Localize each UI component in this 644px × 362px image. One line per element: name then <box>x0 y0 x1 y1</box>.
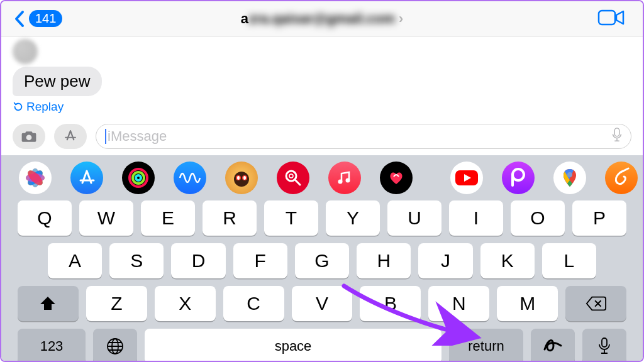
key-s[interactable]: S <box>109 243 164 278</box>
svg-point-23 <box>338 180 343 184</box>
nav-header: 141 azra.qaisar@gmail.com › <box>1 1 643 36</box>
key-g[interactable]: G <box>295 243 349 278</box>
camera-icon <box>20 128 38 145</box>
facetime-button[interactable] <box>597 8 625 30</box>
key-x[interactable]: X <box>155 286 216 321</box>
replay-label: Replay <box>26 100 64 114</box>
key-n[interactable]: N <box>428 286 489 321</box>
key-f[interactable]: F <box>233 243 287 278</box>
svg-point-14 <box>136 175 141 180</box>
app-strip <box>1 162 643 200</box>
avatar[interactable] <box>13 39 38 64</box>
microphone-icon <box>597 337 611 356</box>
contact-prefix: a <box>241 11 248 27</box>
shift-key[interactable] <box>18 286 79 321</box>
svg-point-27 <box>513 169 524 180</box>
chevron-right-icon: › <box>399 11 403 27</box>
key-c[interactable]: C <box>223 286 284 321</box>
key-j[interactable]: J <box>418 243 472 278</box>
numbers-key[interactable]: 123 <box>18 329 86 362</box>
fitness-app[interactable] <box>122 162 155 194</box>
svg-point-24 <box>346 178 350 183</box>
voice-memos-app[interactable] <box>174 162 206 194</box>
key-k[interactable]: K <box>480 243 535 278</box>
key-b[interactable]: B <box>360 286 421 321</box>
contact-blurred: zra.qaisar@gmail.com <box>248 11 395 27</box>
music-app[interactable] <box>328 162 361 194</box>
key-a[interactable]: A <box>48 243 102 278</box>
apps-button[interactable] <box>54 124 87 149</box>
video-camera-icon <box>597 8 625 27</box>
key-u[interactable]: U <box>387 200 441 236</box>
key-row-3: Z X C V B N M <box>1 286 643 329</box>
key-m[interactable]: M <box>497 286 558 321</box>
google-maps-app[interactable] <box>553 162 586 194</box>
key-v[interactable]: V <box>292 286 353 321</box>
text-cursor <box>105 129 106 144</box>
svg-point-19 <box>243 176 246 180</box>
svg-rect-0 <box>599 11 615 25</box>
back-chevron-icon <box>14 9 26 28</box>
dictation-key[interactable] <box>582 329 626 362</box>
svg-point-1 <box>26 134 32 140</box>
input-placeholder: iMessage <box>108 128 167 145</box>
key-w[interactable]: W <box>79 200 133 236</box>
svg-point-13 <box>133 172 144 184</box>
contact-title[interactable]: azra.qaisar@gmail.com › <box>241 11 404 27</box>
globe-icon <box>106 337 125 356</box>
key-d[interactable]: D <box>171 243 225 278</box>
key-l[interactable]: L <box>542 243 596 278</box>
digital-touch-app[interactable] <box>380 162 413 194</box>
scribble-icon <box>542 336 564 357</box>
key-row-2: A S D F G H J K L <box>1 243 643 286</box>
picsart-app[interactable] <box>502 162 535 194</box>
key-row-1: Q W E R T Y U I O P <box>1 200 643 243</box>
key-e[interactable]: E <box>141 200 195 236</box>
dictation-button[interactable] <box>611 127 623 146</box>
key-p[interactable]: P <box>572 200 626 236</box>
replay-button[interactable]: Replay <box>13 100 631 114</box>
key-r[interactable]: R <box>203 200 257 236</box>
search-app[interactable] <box>277 162 309 194</box>
app-store-icon <box>62 128 79 145</box>
key-y[interactable]: Y <box>326 200 380 236</box>
photos-app[interactable] <box>19 162 52 194</box>
composer-bar: iMessage <box>1 119 643 155</box>
svg-point-29 <box>567 172 572 177</box>
memoji-app[interactable] <box>225 162 258 194</box>
return-key[interactable]: return <box>449 329 523 362</box>
key-t[interactable]: T <box>264 200 318 236</box>
globe-key[interactable] <box>93 329 137 362</box>
unread-badge: 141 <box>29 10 62 27</box>
backspace-key[interactable] <box>565 286 626 321</box>
svg-rect-3 <box>614 128 619 136</box>
message-input[interactable]: iMessage <box>96 124 631 149</box>
svg-line-30 <box>623 168 628 171</box>
conversation-area: Pew pew Replay <box>1 36 643 114</box>
backspace-icon <box>586 295 607 312</box>
shift-icon <box>38 294 57 313</box>
space-key[interactable]: space <box>145 329 441 362</box>
camera-button[interactable] <box>13 124 45 149</box>
key-q[interactable]: Q <box>18 200 72 236</box>
svg-point-22 <box>289 174 293 178</box>
back-button[interactable]: 141 <box>14 9 62 28</box>
received-message-bubble[interactable]: Pew pew <box>13 67 102 96</box>
replay-icon <box>13 101 24 112</box>
garageband-app[interactable] <box>605 162 638 194</box>
scribble-key[interactable] <box>531 329 575 362</box>
key-o[interactable]: O <box>511 200 565 236</box>
svg-rect-36 <box>602 338 607 347</box>
key-i[interactable]: I <box>449 200 503 236</box>
key-z[interactable]: Z <box>86 286 147 321</box>
key-h[interactable]: H <box>357 243 411 278</box>
key-row-4: 123 space return <box>1 329 643 362</box>
keyboard: Q W E R T Y U I O P A S D F G H J K L Z … <box>1 155 643 362</box>
app-store-app[interactable] <box>70 162 103 194</box>
svg-line-21 <box>295 180 300 185</box>
svg-point-18 <box>237 176 240 180</box>
youtube-app[interactable] <box>450 162 483 194</box>
microphone-icon <box>611 127 623 143</box>
